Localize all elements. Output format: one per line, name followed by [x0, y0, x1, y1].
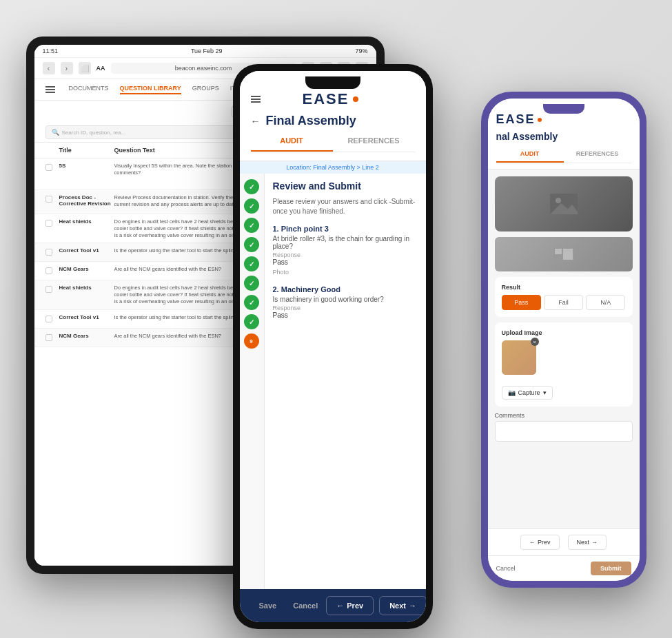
- row-title: NCM Gears: [59, 266, 114, 272]
- image-placeholder-icon: [550, 194, 578, 214]
- step-8: ✓: [244, 314, 259, 329]
- ios-submit-btn[interactable]: Submit: [591, 562, 631, 575]
- ios-image-area: [495, 176, 633, 231]
- ios-na-btn[interactable]: N/A: [586, 295, 625, 310]
- location-bar: Location: Final Assembly > Line 2: [240, 161, 426, 174]
- android-header-top: EASE: [251, 90, 415, 108]
- ios-pass-btn[interactable]: Pass: [502, 295, 541, 310]
- font-size-label: AA: [96, 65, 105, 72]
- ios-capture-btn[interactable]: 📷 Capture ▾: [502, 386, 553, 400]
- ios-next-btn[interactable]: Next →: [568, 535, 607, 550]
- steps-sidebar: ✓ ✓ ✓ ✓ ✓ ✓ ✓ ✓ 9: [240, 174, 265, 589]
- cancel-button[interactable]: Cancel: [285, 597, 326, 614]
- row-checkbox[interactable]: [45, 316, 52, 322]
- ios-logo-dot: [538, 118, 542, 122]
- ios-prev-next: ← Prev Next →: [488, 529, 640, 556]
- ios-bottom: ← Prev Next → Cancel Submit: [488, 528, 640, 581]
- ios-fail-btn[interactable]: Fail: [544, 295, 583, 310]
- tablet-status-bar: 11:51 Tue Feb 29 79%: [34, 45, 376, 58]
- next-button[interactable]: Next →: [379, 596, 425, 615]
- tab-documents[interactable]: DOCUMENTS: [69, 85, 109, 94]
- ios-cancel-btn[interactable]: Cancel: [496, 565, 516, 572]
- step-3: ✓: [244, 218, 259, 233]
- ios-comments-field[interactable]: [495, 421, 633, 442]
- hamburger-menu[interactable]: [45, 86, 55, 93]
- step-1: ✓: [244, 179, 259, 194]
- row-title: Correct Tool v1: [59, 247, 114, 254]
- logo-text: EASE: [303, 90, 349, 108]
- row-checkbox[interactable]: [45, 220, 52, 227]
- row-title: Correct Tool v1: [59, 314, 114, 320]
- ios-result-label: Result: [502, 284, 626, 291]
- android-notch: [305, 76, 360, 89]
- back-arrow-icon[interactable]: ←: [251, 116, 261, 127]
- row-checkbox[interactable]: [45, 267, 52, 274]
- step-6: ✓: [244, 276, 259, 291]
- capture-chevron: ▾: [543, 389, 547, 396]
- android-screen: EASE ← Final Assembly AUDIT REFERENCES L…: [240, 71, 426, 622]
- hamburger-menu-android[interactable]: [251, 96, 261, 103]
- remove-thumb-btn[interactable]: ×: [531, 338, 539, 346]
- ios-result-section: Result Pass Fail N/A: [495, 277, 633, 317]
- share-button[interactable]: ⬜: [79, 62, 91, 74]
- step-5: ✓: [244, 256, 259, 271]
- prev-arrow-icon: ←: [336, 601, 344, 610]
- ios-next-arrow: →: [591, 539, 598, 546]
- question-text-2: Is machinery in good working order?: [273, 296, 418, 303]
- tab-bar: AUDIT REFERENCES: [251, 131, 415, 152]
- capture-label: Capture: [518, 389, 540, 396]
- main-content: Review and Submit Please review your ans…: [265, 174, 426, 589]
- ios-upload-thumb-wrapper: ×: [502, 340, 536, 379]
- prev-button[interactable]: ← Prev: [326, 596, 374, 615]
- step-7: ✓: [244, 295, 259, 310]
- tab-references[interactable]: REFERENCES: [333, 131, 415, 152]
- ios-logo-row: EASE: [496, 112, 631, 127]
- response-value-1: Pass: [273, 258, 418, 266]
- tab-question-library[interactable]: QUESTION LIBRARY: [120, 85, 181, 94]
- scene: 11:51 Tue Feb 29 79% ‹ › ⬜ AA beacon.eas…: [26, 23, 646, 615]
- comments-label: Comments: [495, 412, 633, 419]
- row-checkbox[interactable]: [45, 286, 52, 293]
- tab-audit[interactable]: AUDIT: [251, 131, 333, 152]
- reference-image: [495, 176, 633, 231]
- tab-groups[interactable]: GROUPS: [192, 85, 219, 94]
- ios-tab-references[interactable]: REFERENCES: [564, 146, 631, 163]
- row-title: Heat shields: [59, 285, 114, 291]
- search-placeholder: Search ID, question, rea...: [62, 130, 126, 136]
- row-checkbox[interactable]: [45, 196, 52, 203]
- next-label: Next: [389, 601, 406, 610]
- ios-result-buttons: Pass Fail N/A: [502, 295, 626, 310]
- ios-content: Result Pass Fail N/A Upload Image ×: [488, 169, 640, 528]
- content-area: ✓ ✓ ✓ ✓ ✓ ✓ ✓ ✓ 9 Review and Submit Plea…: [240, 174, 426, 589]
- section-title: Review and Submit: [273, 181, 418, 192]
- ease-logo: EASE: [303, 90, 359, 108]
- ios-screen: EASE nal Assembly AUDIT REFERENCES: [488, 99, 640, 581]
- ios-upload-thumb: [502, 340, 536, 375]
- save-button[interactable]: Save: [251, 597, 285, 614]
- col-checkbox: [45, 147, 59, 154]
- row-checkbox[interactable]: [45, 249, 52, 256]
- search-icon: 🔍: [52, 129, 59, 136]
- logo-dot: [353, 96, 358, 102]
- back-button[interactable]: ‹: [43, 62, 55, 74]
- row-checkbox[interactable]: [45, 334, 52, 341]
- svg-rect-4: [555, 249, 562, 254]
- camera-icon: 📷: [508, 389, 516, 396]
- question-item-1: 1. Pinch point 3 At bridle roller #3, is…: [273, 225, 418, 276]
- step-2: ✓: [244, 198, 259, 214]
- question-item-2: 2. Machinery Good Is machinery in good w…: [273, 285, 418, 319]
- secondary-image: [495, 237, 633, 271]
- ios-prev-btn[interactable]: ← Prev: [520, 535, 560, 550]
- step-4: ✓: [244, 237, 259, 252]
- row-checkbox[interactable]: [45, 164, 52, 171]
- response-label-1: Response: [273, 251, 418, 258]
- ios-tab-audit[interactable]: AUDIT: [496, 146, 564, 163]
- question-num-title-1: 1. Pinch point 3: [273, 225, 418, 233]
- response-value-2: Pass: [273, 311, 418, 319]
- secondary-image-icon: [553, 247, 574, 261]
- forward-button[interactable]: ›: [61, 62, 73, 74]
- question-text-1: At bridle roller #3, is the chain for gu…: [273, 235, 418, 250]
- ios-phone: EASE nal Assembly AUDIT REFERENCES: [481, 92, 646, 588]
- prev-label: Prev: [347, 601, 363, 610]
- svg-point-1: [556, 198, 561, 203]
